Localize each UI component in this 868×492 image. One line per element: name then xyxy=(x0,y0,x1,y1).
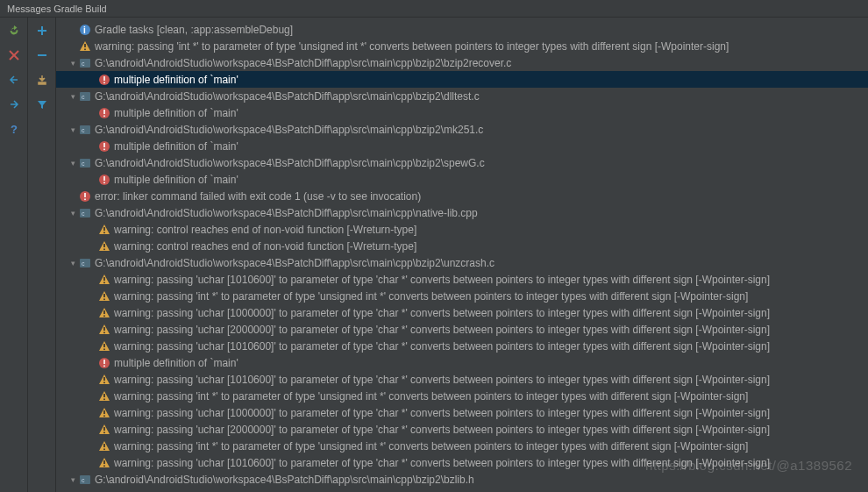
warning-message[interactable]: warning: passing 'uchar [1000000]' to pa… xyxy=(56,404,868,421)
error-icon xyxy=(79,190,91,203)
svg-rect-24 xyxy=(103,148,105,150)
svg-rect-62 xyxy=(103,444,105,447)
file-node[interactable]: ▾cG:\android\AndroidStudio\workspace4\Bs… xyxy=(56,204,868,221)
svg-rect-44 xyxy=(103,298,105,300)
svg-rect-31 xyxy=(84,193,86,197)
svg-rect-46 xyxy=(103,315,105,317)
warning-message[interactable]: warning: passing 'uchar [1010600]' to pa… xyxy=(56,371,868,388)
expand-all-icon[interactable] xyxy=(34,23,50,39)
message-text: multiple definition of `main' xyxy=(114,107,238,119)
collapse-all-icon[interactable] xyxy=(34,47,50,63)
warning-message[interactable]: warning: passing 'int *' to parameter of… xyxy=(56,288,868,304)
file-node[interactable]: ▾cG:\android\AndroidStudio\workspace4\Bs… xyxy=(56,154,868,171)
svg-rect-38 xyxy=(103,248,105,250)
svg-rect-43 xyxy=(103,294,105,297)
warning-message[interactable]: warning: passing 'uchar [2000000]' to pa… xyxy=(56,421,868,438)
svg-text:c: c xyxy=(82,127,85,133)
svg-rect-19 xyxy=(103,115,105,117)
message-text: warning: control reaches end of non-void… xyxy=(114,224,416,236)
info-message[interactable]: iGradle tasks [clean, :app:assembleDebug… xyxy=(56,21,868,38)
expand-arrow-icon[interactable]: ▾ xyxy=(68,259,77,267)
message-text: G:\android\AndroidStudio\workspace4\BsPa… xyxy=(95,90,480,103)
warning-message[interactable]: warning: passing 'int *' to parameter of… xyxy=(56,438,868,454)
svg-rect-32 xyxy=(84,198,86,200)
svg-text:c: c xyxy=(82,210,85,217)
svg-text:c: c xyxy=(82,260,85,267)
svg-rect-60 xyxy=(103,427,105,431)
stop-icon[interactable] xyxy=(6,47,22,63)
warn-icon xyxy=(98,340,110,353)
error-message[interactable]: multiple definition of `main' xyxy=(56,138,868,154)
file-node[interactable]: ▾cG:\android\AndroidStudio\workspace4\Bs… xyxy=(56,471,868,488)
warn-icon xyxy=(98,440,110,453)
expand-arrow-icon[interactable]: ▾ xyxy=(68,159,77,168)
help-icon[interactable]: ? xyxy=(6,121,22,137)
warning-message[interactable]: warning: passing 'uchar [1010600]' to pa… xyxy=(56,454,868,471)
expand-arrow-icon[interactable]: ▾ xyxy=(68,125,77,134)
error-message[interactable]: multiple definition of `main' xyxy=(56,171,868,188)
warning-message[interactable]: warning: control reaches end of non-void… xyxy=(56,221,868,238)
message-text: warning: passing 'int *' to parameter of… xyxy=(114,390,748,403)
message-tree[interactable]: iGradle tasks [clean, :app:assembleDebug… xyxy=(56,18,868,492)
svg-rect-48 xyxy=(103,332,105,333)
warning-message[interactable]: warning: passing 'uchar [2000000]' to pa… xyxy=(56,321,868,338)
message-text: warning: passing 'uchar [1010600]' to pa… xyxy=(114,457,770,469)
expand-arrow-icon[interactable]: ▾ xyxy=(68,92,77,101)
toolbar-left: ? xyxy=(0,18,28,492)
warn-icon xyxy=(79,40,91,53)
warn-icon xyxy=(98,457,110,469)
svg-rect-59 xyxy=(103,415,105,417)
next-arrow-icon[interactable] xyxy=(6,96,22,112)
panel-title: Messages Gradle Build xyxy=(7,4,107,14)
cpp-icon: c xyxy=(79,474,91,486)
error-icon xyxy=(98,357,110,369)
svg-rect-49 xyxy=(103,344,105,347)
svg-text:?: ? xyxy=(11,123,18,135)
file-node[interactable]: ▾cG:\android\AndroidStudio\workspace4\Bs… xyxy=(56,254,868,271)
file-node[interactable]: ▾cG:\android\AndroidStudio\workspace4\Bs… xyxy=(56,88,868,104)
warning-message[interactable]: warning: passing 'uchar [1010600]' to pa… xyxy=(56,338,868,354)
filter-icon[interactable] xyxy=(34,96,50,112)
message-text: multiple definition of `main' xyxy=(114,74,238,86)
warn-icon xyxy=(98,374,110,386)
svg-rect-5 xyxy=(38,54,46,56)
error-message[interactable]: multiple definition of `main' xyxy=(56,104,868,121)
warning-message[interactable]: warning: passing 'uchar [1000000]' to pa… xyxy=(56,304,868,321)
export-icon[interactable] xyxy=(34,72,50,88)
messages-panel: ? iGradle tasks [clean, :app:assembleDeb… xyxy=(0,18,868,492)
warn-icon xyxy=(98,390,110,403)
expand-arrow-icon[interactable]: ▾ xyxy=(68,209,77,217)
message-text: multiple definition of `main' xyxy=(114,140,238,153)
error-message[interactable]: multiple definition of `main' xyxy=(56,354,868,371)
message-text: warning: passing 'int *' to parameter of… xyxy=(114,440,748,453)
expand-arrow-icon[interactable]: ▾ xyxy=(68,59,77,68)
svg-rect-41 xyxy=(103,277,105,281)
refresh-icon[interactable] xyxy=(6,23,22,39)
warning-message[interactable]: warning: passing 'int *' to parameter of… xyxy=(56,388,868,404)
cpp-icon: c xyxy=(79,257,91,269)
message-text: multiple definition of `main' xyxy=(114,174,238,186)
svg-rect-64 xyxy=(103,460,105,464)
svg-rect-52 xyxy=(103,360,105,364)
warning-message[interactable]: warning: passing 'int *' to parameter of… xyxy=(56,38,868,54)
file-node[interactable]: ▾cG:\android\AndroidStudio\workspace4\Bs… xyxy=(56,121,868,138)
warning-message[interactable]: warning: control reaches end of non-void… xyxy=(56,238,868,254)
error-message[interactable]: multiple definition of `main' xyxy=(56,71,868,88)
svg-text:i: i xyxy=(83,25,86,35)
file-node[interactable]: ▾cG:\android\AndroidStudio\workspace4\Bs… xyxy=(56,54,868,71)
expand-arrow-icon[interactable]: ▾ xyxy=(68,475,77,484)
warning-message[interactable]: warning: passing 'uchar [1010600]' to pa… xyxy=(56,271,868,288)
svg-rect-56 xyxy=(103,394,105,397)
cpp-icon: c xyxy=(79,124,91,136)
cpp-icon: c xyxy=(79,207,91,219)
message-text: error: linker command failed with exit c… xyxy=(95,190,421,203)
error-message[interactable]: error: linker command failed with exit c… xyxy=(56,188,868,204)
svg-text:c: c xyxy=(82,94,85,100)
warn-icon xyxy=(98,324,110,336)
svg-rect-29 xyxy=(103,182,105,183)
message-text: Gradle tasks [clean, :app:assembleDebug] xyxy=(95,24,293,36)
warn-icon xyxy=(98,424,110,436)
message-text: warning: passing 'uchar [1010600]' to pa… xyxy=(114,274,770,286)
prev-arrow-icon[interactable] xyxy=(6,72,22,88)
message-text: multiple definition of `main' xyxy=(114,357,238,369)
